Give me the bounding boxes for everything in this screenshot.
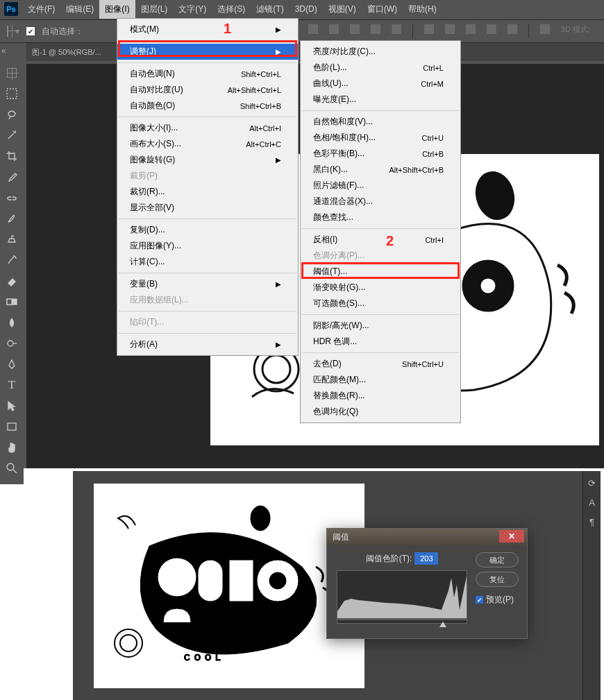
menu-item[interactable]: 通道混合器(X)...	[301, 194, 460, 210]
menu-item[interactable]: 黑白(K)...Alt+Shift+Ctrl+B	[301, 162, 460, 178]
distribute-icon[interactable]	[507, 24, 517, 34]
distribute-icon[interactable]	[424, 24, 434, 34]
history-panel-icon[interactable]: ⟳	[587, 478, 598, 489]
menu-item[interactable]: 颜色查找...	[301, 210, 460, 225]
dialog-titlebar[interactable]: 阈值 ✕	[327, 529, 527, 545]
zoom-tool-icon[interactable]	[3, 459, 21, 477]
menu-item[interactable]: 亮度/对比度(C)...	[301, 44, 460, 60]
menu-item[interactable]: 图像旋转(G)▶	[117, 152, 298, 168]
distribute-icon[interactable]	[445, 24, 455, 34]
menu-item[interactable]: 替换颜色(R)...	[301, 388, 460, 404]
dodge-tool-icon[interactable]	[3, 334, 21, 352]
menu-视图[interactable]: 视图(V)	[323, 0, 362, 19]
menu-帮助[interactable]: 帮助(H)	[403, 0, 442, 19]
gradient-tool-icon[interactable]	[3, 293, 21, 311]
menu-item[interactable]: 调整(J)▶	[117, 44, 298, 60]
menu-item[interactable]: 裁切(R)...	[117, 184, 298, 200]
close-icon[interactable]: ✕	[499, 530, 524, 543]
menu-item[interactable]: 画布大小(S)...Alt+Ctrl+C	[117, 136, 298, 152]
menu-item[interactable]: 渐变映射(G)...	[301, 280, 460, 296]
menu-item[interactable]: HDR 色调...	[301, 334, 460, 350]
threshold-slider[interactable]	[337, 619, 467, 629]
lasso-tool-icon[interactable]	[3, 105, 21, 123]
menu-item[interactable]: 计算(C)...	[117, 254, 298, 270]
character-panel-icon[interactable]: A	[587, 497, 598, 509]
menu-item[interactable]: 阈值(T)...	[301, 264, 460, 280]
threshold-dialog: 阈值 ✕ 阈值色阶(T): 确定 复位	[326, 528, 528, 639]
menu-文件[interactable]: 文件(F)	[22, 0, 60, 19]
menu-item[interactable]: 自动颜色(O)Shift+Ctrl+B	[117, 98, 298, 114]
menu-item[interactable]: 应用图像(Y)...	[117, 238, 298, 254]
menu-item[interactable]: 匹配颜色(M)...	[301, 372, 460, 388]
eyedropper-tool-icon[interactable]	[3, 168, 21, 186]
threshold-input[interactable]	[414, 552, 438, 565]
menu-item[interactable]: 色彩平衡(B)...Ctrl+B	[301, 146, 460, 162]
menu-item[interactable]: 模式(M)▶	[117, 22, 298, 37]
distribute-icon[interactable]	[487, 24, 496, 34]
ok-button[interactable]: 确定	[476, 552, 519, 567]
auto-select-checkbox[interactable]: ✔	[26, 27, 35, 35]
menu-选择[interactable]: 选择(S)	[212, 0, 251, 19]
collapse-icon[interactable]: «	[1, 46, 6, 56]
menu-图层[interactable]: 图层(L)	[135, 0, 174, 19]
healing-brush-tool-icon[interactable]	[3, 189, 21, 207]
move-tool-icon[interactable]	[3, 64, 21, 82]
menu-item[interactable]: 曲线(U)...Ctrl+M	[301, 76, 460, 92]
menu-item[interactable]: 复制(D)...	[117, 222, 298, 238]
menu-编辑[interactable]: 编辑(E)	[60, 0, 99, 19]
menu-item[interactable]: 色调均化(Q)	[301, 404, 460, 420]
align-icon[interactable]	[392, 24, 401, 34]
menu-item[interactable]: 阴影/高光(W)...	[301, 318, 460, 334]
hand-tool-icon[interactable]	[3, 438, 21, 456]
menu-item[interactable]: 反相(I)Ctrl+I	[301, 232, 460, 248]
menu-文字[interactable]: 文字(Y)	[173, 0, 212, 19]
menu-item-label: 应用数据组(L)...	[130, 294, 189, 306]
menu-窗口[interactable]: 窗口(W)	[362, 0, 403, 19]
brush-tool-icon[interactable]	[3, 210, 21, 228]
menu-item: 裁剪(P)	[117, 168, 298, 184]
menu-item[interactable]: 照片滤镜(F)...	[301, 178, 460, 194]
menu-图像[interactable]: 图像(I)	[99, 0, 135, 19]
shortcut: Ctrl+I	[425, 236, 444, 244]
align-icon[interactable]	[329, 24, 339, 34]
rectangle-tool-icon[interactable]	[3, 418, 21, 436]
path-selection-tool-icon[interactable]	[3, 397, 21, 415]
align-icon[interactable]	[308, 24, 318, 34]
chevron-right-icon: ▶	[276, 156, 281, 164]
menu-item-label: 变量(B)	[130, 278, 158, 290]
clone-stamp-tool-icon[interactable]	[3, 230, 21, 248]
menu-item[interactable]: 曝光度(E)...	[301, 92, 460, 108]
menu-item[interactable]: 色阶(L)...Ctrl+L	[301, 60, 460, 76]
menu-item[interactable]: 自动色调(N)Shift+Ctrl+L	[117, 66, 298, 82]
eraser-tool-icon[interactable]	[3, 272, 21, 290]
align-icon[interactable]	[371, 24, 380, 34]
menu-item[interactable]: 图像大小(I)...Alt+Ctrl+I	[117, 120, 298, 136]
menu-item-label: 亮度/对比度(C)...	[313, 46, 376, 58]
blur-tool-icon[interactable]	[3, 314, 21, 332]
magic-wand-tool-icon[interactable]	[3, 126, 21, 144]
reset-button[interactable]: 复位	[476, 572, 519, 587]
3d-icon[interactable]	[540, 24, 550, 34]
align-icon[interactable]	[350, 24, 360, 34]
marquee-tool-icon[interactable]	[3, 85, 21, 103]
distribute-icon[interactable]	[466, 24, 476, 34]
menu-item[interactable]: 变量(B)▶	[117, 276, 298, 292]
menu-item[interactable]: 自然饱和度(V)...	[301, 114, 460, 130]
menu-item[interactable]: 可选颜色(S)...	[301, 296, 460, 311]
menu-3D[interactable]: 3D(D)	[290, 1, 323, 17]
document-tab[interactable]: 图-1 @ 50%(RGB/...	[26, 47, 107, 58]
pen-tool-icon[interactable]	[3, 355, 21, 373]
menu-item[interactable]: 色相/饱和度(H)...Ctrl+U	[301, 130, 460, 146]
menu-item[interactable]: 显示全部(V)	[117, 200, 298, 216]
slider-handle-icon[interactable]	[439, 622, 446, 627]
menu-item-label: 替换颜色(R)...	[313, 390, 365, 402]
menu-item[interactable]: 自动对比度(U)Alt+Shift+Ctrl+L	[117, 82, 298, 98]
history-brush-tool-icon[interactable]	[3, 251, 21, 269]
menu-item[interactable]: 去色(D)Shift+Ctrl+U	[301, 356, 460, 372]
menu-滤镜[interactable]: 滤镜(T)	[251, 0, 289, 19]
paragraph-panel-icon[interactable]: ¶	[587, 517, 598, 528]
preview-checkbox[interactable]: ✔	[476, 596, 483, 604]
type-tool-icon[interactable]: T	[3, 376, 21, 394]
crop-tool-icon[interactable]	[3, 147, 21, 165]
menu-item[interactable]: 分析(A)▶	[117, 336, 298, 352]
